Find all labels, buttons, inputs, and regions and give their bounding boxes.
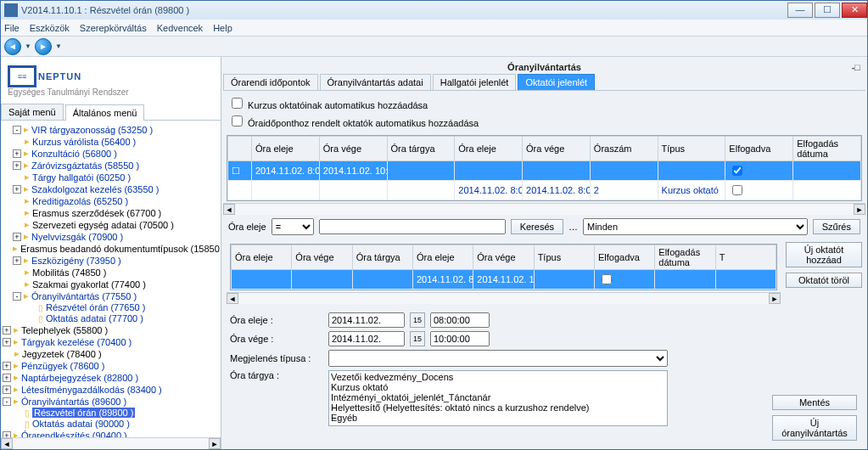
tree-label[interactable]: Óranyilvántartás (77550 ): [31, 291, 137, 301]
filter-op-select[interactable]: =: [272, 218, 314, 235]
tree-label[interactable]: Záróvizsgáztatás (58550 ): [31, 160, 139, 171]
tree-label[interactable]: VIR tárgyazonosság (53250 ): [31, 125, 153, 135]
appearance-select[interactable]: [328, 350, 668, 367]
tree-label[interactable]: Óranyilvántartás (89600 ): [21, 397, 126, 407]
list-item[interactable]: Egyéb: [331, 413, 665, 423]
subtab[interactable]: Órarendi időpontok: [223, 74, 318, 90]
column-header[interactable]: [228, 137, 252, 161]
calendar-icon[interactable]: 15: [410, 312, 425, 328]
tree-label[interactable]: Tárgyak kezelése (70400 ): [21, 337, 132, 347]
tree-node[interactable]: +▸Szakdolgozat kezelés (63550 ): [3, 183, 219, 195]
tab-own-menu[interactable]: Saját menü: [1, 104, 64, 120]
tree-label[interactable]: Létesítménygazdálkodás (83400 ): [21, 385, 162, 395]
tree-label[interactable]: Kreditigazolás (65250 ): [32, 196, 128, 206]
tree-label[interactable]: Telephelyek (55800 ): [21, 325, 108, 335]
column-header[interactable]: Óra vége: [319, 137, 387, 161]
tree-node[interactable]: ▯Oktatás adatai (90000 ): [3, 419, 219, 430]
column-header[interactable]: Elfogadva: [725, 137, 793, 161]
start-time-input[interactable]: [430, 312, 490, 328]
check-course-instructors[interactable]: Kurzus oktatóinak automatikus hozzáadása: [228, 94, 860, 112]
tree-node[interactable]: +▸Naptárbejegyzések (82800 ): [3, 372, 219, 384]
column-header[interactable]: Óra vége: [292, 245, 352, 270]
table-row[interactable]: ☐2014.11.02. 8:00:002014.11.02. 10:00:00: [228, 161, 861, 181]
filter-button[interactable]: Szűrés: [813, 219, 860, 234]
tree-node[interactable]: +▸Telephelyek (55800 ): [3, 324, 219, 336]
minimize-button[interactable]: —: [787, 3, 813, 18]
tab-general-menu[interactable]: Általános menü: [65, 104, 145, 121]
expand-icon[interactable]: +: [13, 233, 21, 241]
tree-node[interactable]: +▸Eszközigény (73950 ): [3, 255, 219, 267]
accepted-checkbox[interactable]: [602, 274, 612, 284]
tree-label[interactable]: Nyelvvizsgák (70900 ): [31, 232, 123, 242]
column-header[interactable]: T: [715, 245, 776, 270]
column-header[interactable]: Óra eleje: [252, 137, 320, 161]
expand-icon[interactable]: +: [13, 185, 21, 194]
accepted-checkbox[interactable]: [732, 185, 742, 195]
tree-label[interactable]: Eszközigény (73950 ): [31, 256, 121, 266]
tree-label[interactable]: Részvétel órán (89800 ): [32, 408, 135, 418]
tree-node[interactable]: -▸Óranyilvántartás (89600 ): [3, 396, 219, 408]
tree-label[interactable]: Konzultáció (56800 ): [31, 149, 117, 159]
tree-node[interactable]: ▸Szervezeti egység adatai (70500 ): [3, 219, 219, 231]
tree-node[interactable]: +▸Létesítménygazdálkodás (83400 ): [3, 384, 219, 396]
grid-lessons[interactable]: Óra elejeÓra végeÓra tárgyaÓra elejeÓra …: [227, 135, 862, 201]
expand-icon[interactable]: +: [13, 161, 21, 170]
tree-node[interactable]: -▸Óranyilvántartás (77550 ): [3, 290, 219, 302]
expand-icon[interactable]: +: [3, 374, 11, 382]
tree-label[interactable]: Oktatás adatai (90000 ): [32, 419, 130, 429]
expand-icon[interactable]: -: [13, 126, 21, 134]
tree-label[interactable]: Részvétel órán (77650 ): [46, 302, 145, 312]
new-record-button[interactable]: Új óranyilvántartás: [772, 415, 857, 441]
tree-node[interactable]: +▸Nyelvvizsgák (70900 ): [3, 231, 219, 243]
tree-label[interactable]: Naptárbejegyzések (82800 ): [21, 373, 138, 383]
subtab[interactable]: Oktatói jelenlét: [518, 74, 595, 90]
expand-icon[interactable]: +: [13, 256, 21, 265]
menu-tools[interactable]: Eszközök: [30, 23, 70, 33]
end-date-input[interactable]: [328, 331, 405, 346]
expand-icon[interactable]: +: [3, 431, 11, 438]
tree-node[interactable]: ▸Mobilitás (74850 ): [3, 267, 219, 278]
tree-node[interactable]: ▯Oktatás adatai (77700 ): [3, 313, 219, 324]
tree-node[interactable]: +▸Pénzügyek (78600 ): [3, 360, 219, 372]
expand-icon[interactable]: +: [3, 338, 11, 346]
tree-node[interactable]: ▸Erasmus szerződések (67700 ): [3, 207, 219, 219]
list-item[interactable]: Kurzus oktató: [331, 382, 665, 392]
start-date-input[interactable]: [328, 312, 405, 328]
table-row[interactable]: 2014.11.02. 8:00:002014.11.02. 8:00:002K…: [228, 181, 861, 200]
column-header[interactable]: Óra eleje: [455, 137, 523, 161]
subtab[interactable]: Hallgatói jelenlét: [433, 74, 517, 90]
tree-label[interactable]: Mobilitás (74850 ): [32, 267, 106, 278]
column-header[interactable]: Elfogadás dátuma: [793, 137, 861, 161]
tree-node[interactable]: -▸VIR tárgyazonosság (53250 ): [3, 124, 219, 136]
save-button[interactable]: Mentés: [772, 395, 857, 410]
search-button[interactable]: Keresés: [511, 219, 563, 234]
column-header[interactable]: Típus: [534, 245, 594, 270]
scroll-right-icon[interactable]: ►: [209, 438, 221, 449]
tree-node[interactable]: ▸Szakmai gyakorlat (77400 ): [3, 278, 219, 290]
column-header[interactable]: Típus: [658, 137, 725, 161]
close-button[interactable]: ✕: [842, 3, 867, 18]
check-time-instructors[interactable]: Óraidőponthoz rendelt oktatók automatiku…: [228, 112, 860, 130]
expand-icon[interactable]: +: [3, 385, 11, 394]
column-header[interactable]: Óra vége: [523, 137, 591, 161]
expand-icon[interactable]: +: [13, 149, 21, 158]
list-item[interactable]: Intézményi_oktatói_jelenlét_Tánctanár: [331, 392, 665, 402]
scroll-right-icon[interactable]: ►: [854, 204, 865, 215]
add-instructor-button[interactable]: Új oktatót hozzáad: [786, 242, 862, 267]
check-course-instructors-box[interactable]: [232, 98, 243, 109]
column-header[interactable]: Óra tárgya: [352, 245, 412, 270]
column-header[interactable]: Óra vége: [473, 245, 534, 270]
tree-label[interactable]: Jegyzetek (78400 ): [22, 349, 102, 359]
menu-help[interactable]: Help: [213, 23, 232, 33]
calendar-icon[interactable]: 15: [410, 331, 425, 346]
column-header[interactable]: Óra tárgya: [387, 137, 455, 161]
column-header[interactable]: Óraszám: [590, 137, 658, 161]
expand-icon[interactable]: -: [3, 397, 11, 406]
end-time-input[interactable]: [430, 331, 490, 346]
column-header[interactable]: Elfogadva: [594, 245, 654, 270]
grid-instructors[interactable]: Óra elejeÓra végeÓra tárgyaÓra elejeÓra …: [230, 244, 777, 290]
tree-node[interactable]: +▸Záróvizsgáztatás (58550 ): [3, 160, 219, 172]
tree-label[interactable]: Erasmus beadandó dokumentumtípusok (1585…: [20, 244, 221, 254]
expand-icon[interactable]: -: [13, 292, 21, 301]
tree-node[interactable]: ▸Jegyzetek (78400 ): [3, 348, 219, 360]
